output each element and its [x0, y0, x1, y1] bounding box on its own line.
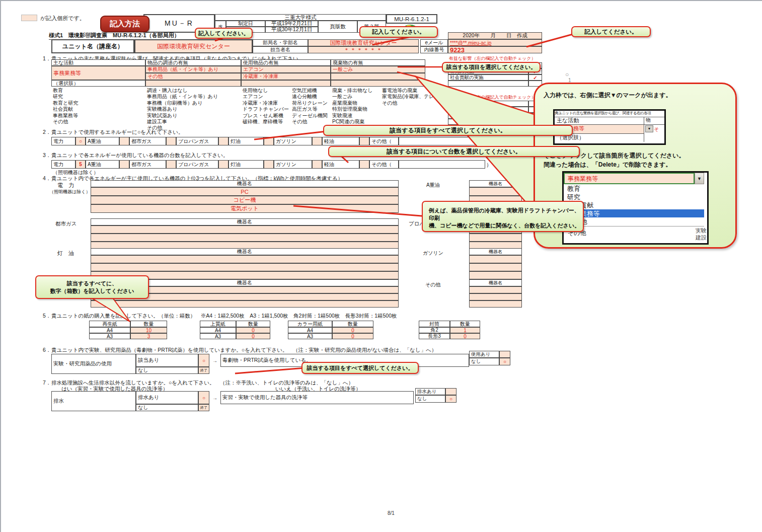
s4-citygas-row2[interactable]: [91, 234, 399, 242]
callout-example-line2: 機、コピー機などで用量に関係なく、台数を記入ください。: [429, 222, 580, 230]
s6-right-no-value[interactable]: ○: [499, 358, 510, 365]
page-number: 8/1: [388, 510, 395, 516]
mini-header: 主な活動: [555, 117, 644, 125]
s1-items-value3[interactable]: [241, 80, 331, 87]
s5-t3-r1v[interactable]: 0: [332, 327, 373, 333]
s7-yes-mark[interactable]: ○: [198, 391, 209, 404]
s7-right-no-value[interactable]: ○: [445, 395, 456, 403]
s4-other-row2[interactable]: [469, 293, 522, 300]
s2-label-elec: 電力: [51, 137, 75, 145]
s4-gasoline-row2[interactable]: [469, 263, 522, 271]
s7-right-no-label: なし: [415, 395, 445, 403]
s2-value-citygas[interactable]: [166, 137, 176, 145]
s2-value-gasoline[interactable]: [312, 137, 322, 145]
s1-waste-value2[interactable]: [331, 73, 425, 80]
dept-value-cell[interactable]: 国際環境教育研究センター: [308, 39, 419, 46]
s5-t1-r2v[interactable]: 3: [130, 333, 167, 339]
callout-numbers: 該当するすべてに、 数字（箱数）を記入してください: [35, 275, 149, 299]
person-value-cell[interactable]: ＊＊＊＊＊＊: [308, 46, 419, 53]
s2-value-propane[interactable]: [218, 137, 228, 145]
s4-other-row1[interactable]: [469, 286, 522, 293]
benefit-row-check[interactable]: ✓: [528, 74, 542, 81]
s4-kerosene-row1[interactable]: [91, 255, 399, 263]
s2-label-citygas: 都市ガス: [129, 137, 166, 145]
university-format-cell: 三重大学様式: [215, 14, 386, 21]
s6-no-label: なし: [136, 367, 198, 374]
s4-oila-row1[interactable]: [469, 187, 522, 196]
s2-value-oila[interactable]: [119, 137, 129, 145]
s3-value-other[interactable]: [399, 160, 485, 169]
s5-t4-r1v[interactable]: 1: [450, 327, 480, 333]
s1-header-procurement: 物品の調達の有無: [145, 59, 241, 66]
enact-date2-cell: 平成30年12月1日: [265, 27, 318, 33]
s3-value-citygas[interactable]: [166, 160, 176, 169]
s3-value-elec[interactable]: 5: [75, 160, 86, 169]
s4-gasoline-row3[interactable]: [469, 271, 522, 279]
callout-fill-dept: 記入してください。: [359, 26, 438, 38]
s1-choices-label: （選択肢）: [51, 80, 145, 87]
s5-t4-r2v[interactable]: 0: [450, 333, 480, 339]
s1-header-waste: 廃棄物の有無: [331, 59, 425, 66]
s3-label-elec: 電力: [51, 160, 75, 169]
s6-right-no-label: なし: [469, 358, 499, 365]
s2-label-gasoline: ガソリン: [274, 137, 312, 145]
email-value-cell[interactable]: ****@**.mieu-ac.jp: [448, 39, 542, 46]
s1-items-value2[interactable]: 冷蔵庫・冷凍庫: [241, 73, 331, 80]
dropdown-option: 教育: [564, 184, 704, 193]
s1-waste-value3[interactable]: [331, 80, 425, 87]
harmful-row-label: 有害廃棄物の排出: [448, 107, 528, 113]
s7-right-yes-label: 排水あり: [415, 388, 445, 395]
s6-right-yes-value[interactable]: [499, 351, 510, 358]
s3-value-gasoline[interactable]: [312, 160, 322, 169]
s3-value-kerosene[interactable]: [264, 160, 274, 169]
s3-value-diesel[interactable]: [359, 160, 369, 169]
s5-t1-r1v[interactable]: 10: [130, 327, 167, 333]
dropdown-option-selected: 事務業務等: [564, 209, 704, 218]
s3-label-diesel: 軽油: [322, 160, 359, 169]
s1-procurement-value2[interactable]: その他: [145, 73, 241, 80]
s4-other-row3[interactable]: [469, 300, 522, 308]
benefit-title: 有益な影響（左の欄記入で自動チェック）: [449, 56, 536, 61]
unit-value-cell[interactable]: 国際環境教育研究センター: [134, 39, 253, 53]
s1-activity-value[interactable]: 事務業務等: [51, 66, 145, 80]
s2-label-propane: プロパンガス: [176, 137, 218, 145]
s1-procurement-value3[interactable]: [145, 80, 241, 87]
s5-t2-r2v[interactable]: 0: [236, 333, 270, 339]
s4-propane-row2[interactable]: [469, 234, 522, 242]
callout-numbers-line1: 該当するすべてに、: [67, 280, 118, 287]
s5-t2-r1v[interactable]: 0: [236, 327, 270, 333]
callout-fill-date: 記入してください。: [571, 26, 651, 37]
s3-value-propane[interactable]: [218, 160, 228, 169]
s1-waste-value1[interactable]: 一般ごみ: [331, 66, 425, 73]
dropdown-below-right2: 建設: [696, 234, 707, 242]
s4-citygas-row1[interactable]: [91, 225, 399, 234]
legend-note: が記入個所です。: [40, 15, 85, 22]
s5-t3-r2v[interactable]: 0: [332, 333, 373, 339]
s7-right-yes-value[interactable]: [445, 388, 456, 395]
s1-items-value1[interactable]: エアコン: [241, 66, 331, 73]
s6-yes-mark[interactable]: ○: [198, 354, 209, 367]
callout-numbers-line2: 数字（箱数）を記入してください: [50, 287, 134, 295]
s4-elec-header: 機器名: [91, 180, 399, 187]
s5-t3-h2: 数量: [332, 321, 373, 327]
s1-procurement-value1[interactable]: 事務用品（紙・インキ等）あり: [145, 66, 241, 73]
howto-button[interactable]: 記入方法: [100, 16, 149, 32]
s2-value-elec[interactable]: ○: [75, 137, 86, 145]
s4-gasoline-row1[interactable]: [469, 255, 522, 263]
s2-value-other[interactable]: [399, 137, 485, 145]
s2-value-kerosene[interactable]: [264, 137, 274, 145]
s1-header-items: 使用物品の有無: [241, 59, 331, 66]
mini-right2: そ: [654, 126, 659, 133]
s4-diesel-row3[interactable]: [91, 300, 399, 308]
ext-value-cell[interactable]: 9223: [448, 46, 542, 53]
s4-elec-row1[interactable]: PC: [91, 187, 399, 196]
s2-label-oila: A重油: [86, 137, 119, 145]
created-date-cell[interactable]: 2020年 月 日 作成: [448, 32, 542, 39]
s4-kerosene-row2[interactable]: [91, 263, 399, 271]
s3-value-oila[interactable]: [119, 160, 129, 169]
harmful-row-label: [448, 113, 528, 119]
doc-number-cell: MU-R-6.1.2-1: [386, 14, 437, 24]
s2-value-diesel[interactable]: [359, 137, 369, 145]
s4-elec-row3[interactable]: 電気ポット: [91, 204, 399, 213]
s4-elec-row2[interactable]: コピー機: [91, 196, 399, 204]
